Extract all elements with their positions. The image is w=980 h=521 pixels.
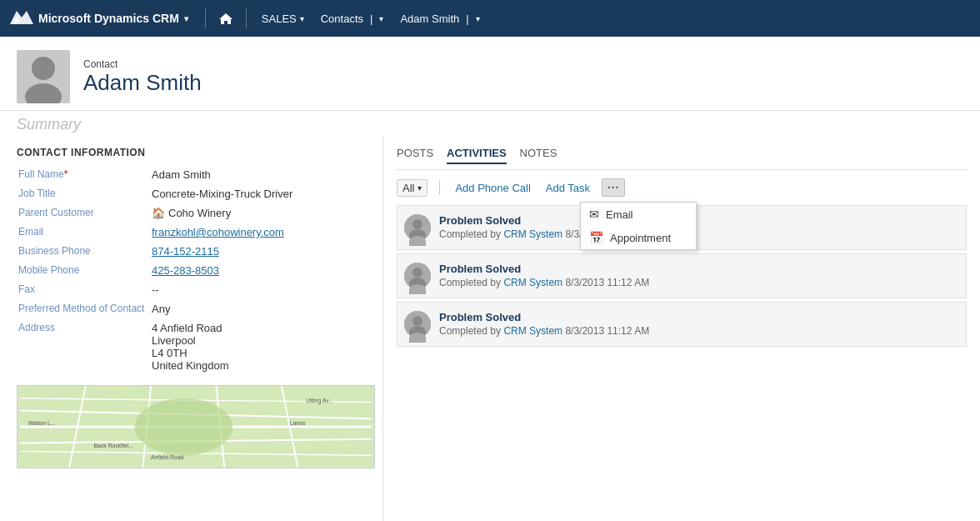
crm-link-2[interactable]: CRM System: [503, 277, 562, 288]
activity-title-2: Problem Solved: [439, 263, 959, 275]
activity-content-1: Problem Solved Completed by CRM System 8…: [439, 214, 959, 240]
value-mobilephone[interactable]: 425-283-8503: [150, 261, 366, 280]
breadcrumb-label: Adam Smith: [400, 13, 459, 25]
activity-avatar-2: [404, 263, 431, 289]
avatar-icon: [17, 50, 70, 103]
svg-text:Utting Av...: Utting Av...: [306, 398, 333, 404]
dropdown-menu: ✉ Email 📅 Appointment: [580, 202, 697, 250]
label-fullname: Full Name*: [17, 165, 150, 184]
crm-link-1[interactable]: CRM System: [503, 228, 562, 240]
contact-info-header: CONTACT INFORMATION: [17, 147, 366, 158]
app-chevron: ▾: [184, 14, 188, 23]
dropdown-appointment[interactable]: 📅 Appointment: [581, 226, 696, 249]
contact-name: Adam Smith: [83, 70, 202, 96]
activity-avatar-3: [404, 311, 431, 338]
avatar: [17, 50, 70, 103]
list-item: Problem Solved Completed by CRM System 8…: [397, 253, 967, 298]
svg-text:Back Rockfiel...: Back Rockfiel...: [94, 443, 133, 448]
filter-label: All: [402, 182, 414, 194]
svg-marker-2: [219, 13, 232, 24]
activity-sub-3: Completed by CRM System 8/3/2013 11:12 A…: [439, 325, 959, 337]
field-row-mobilephone: Mobile Phone 425-283-8503: [17, 261, 366, 280]
contact-label: Contact: [83, 58, 202, 70]
crm-link-3[interactable]: CRM System: [503, 325, 562, 337]
svg-text:Anfield Road: Anfield Road: [151, 454, 183, 460]
svg-point-27: [412, 268, 422, 278]
activity-toolbar: All ▾ Add Phone Call Add Task ··· ✉ Emai…: [397, 178, 967, 197]
avatar-icon-2: [404, 263, 431, 289]
value-jobtitle: Concrete-Mixing-Truck Driver: [150, 184, 366, 203]
dropdown-email[interactable]: ✉ Email: [581, 203, 696, 226]
map-svg: Walton L... Back Rockfiel... Anfield Roa…: [18, 386, 374, 468]
email-icon: ✉: [589, 208, 599, 221]
label-email: Email: [17, 223, 150, 242]
add-task-button[interactable]: Add Task: [542, 180, 593, 196]
more-button[interactable]: ···: [602, 178, 625, 197]
right-panel: POSTS ACTIVITIES NOTES All ▾ Add Phone C…: [383, 137, 980, 521]
filter-chevron: ▾: [418, 183, 422, 193]
value-email[interactable]: franzkohl@cohowinery.com: [150, 223, 366, 242]
contacts-menu[interactable]: Contacts | ▾: [312, 0, 392, 37]
activity-sub-1: Completed by CRM System 8/3/2013 11:13 A…: [439, 228, 959, 240]
nav-divider-2: [246, 8, 247, 28]
dropdown-appointment-label: Appointment: [610, 232, 671, 244]
logo-icon: [10, 9, 33, 28]
summary-label: Summary: [0, 111, 980, 137]
field-row-fax: Fax --: [17, 280, 366, 299]
field-row-fullname: Full Name* Adam Smith: [17, 165, 366, 184]
breadcrumb-name[interactable]: Adam Smith | ▾: [392, 0, 488, 37]
field-row-address: Address 4 Anfield Road Liverpool L4 0TH …: [17, 318, 366, 375]
nav-divider-1: [205, 8, 206, 28]
activity-content-2: Problem Solved Completed by CRM System 8…: [439, 263, 959, 288]
page-content: Contact Adam Smith Summary CONTACT INFOR…: [0, 37, 980, 521]
breadcrumb-chevron: ▾: [476, 14, 480, 23]
activity-filter[interactable]: All ▾: [397, 179, 428, 197]
navigation-bar: Microsoft Dynamics CRM ▾ SALES ▾ Contact…: [0, 0, 980, 37]
value-fullname: Adam Smith: [150, 165, 366, 184]
label-preferredmethod: Preferred Method of Contact: [17, 299, 150, 318]
activity-title-1: Problem Solved: [439, 214, 959, 227]
contacts-chevron: ▾: [379, 14, 383, 23]
value-businessphone[interactable]: 874-152-2115: [150, 242, 366, 261]
field-row-preferredmethod: Preferred Method of Contact Any: [17, 299, 366, 318]
tab-notes[interactable]: NOTES: [520, 147, 558, 164]
svg-point-30: [412, 316, 422, 326]
avatar-icon-1: [404, 214, 431, 241]
tab-activities[interactable]: ACTIVITIES: [447, 147, 507, 164]
label-parentcustomer: Parent Customer: [17, 203, 150, 223]
value-address: 4 Anfield Road Liverpool L4 0TH United K…: [150, 318, 366, 375]
avatar-icon-3: [404, 311, 431, 338]
sales-chevron: ▾: [300, 14, 304, 23]
contact-info-table: Full Name* Adam Smith Job Title Concrete…: [17, 165, 366, 375]
field-row-jobtitle: Job Title Concrete-Mixing-Truck Driver: [17, 184, 366, 203]
label-address: Address: [17, 318, 150, 375]
contacts-label: Contacts: [321, 13, 363, 25]
value-parentcustomer[interactable]: 🏠Coho Winery: [150, 203, 366, 223]
value-preferredmethod: Any: [150, 299, 366, 318]
home-icon: [219, 13, 232, 24]
toolbar-divider: [439, 180, 440, 195]
svg-point-4: [32, 57, 55, 80]
app-logo[interactable]: Microsoft Dynamics CRM ▾: [10, 9, 198, 28]
parentcustomer-link[interactable]: Coho Winery: [168, 207, 231, 219]
label-fax: Fax: [17, 280, 150, 299]
sales-menu[interactable]: SALES ▾: [253, 0, 312, 37]
field-row-email: Email franzkohl@cohowinery.com: [17, 223, 366, 242]
svg-point-17: [135, 398, 233, 456]
required-star: *: [64, 168, 68, 180]
list-item: Problem Solved Completed by CRM System 8…: [397, 302, 967, 347]
contacts-pipe: |: [370, 13, 372, 25]
summary-section: CONTACT INFORMATION Full Name* Adam Smit…: [0, 137, 980, 521]
add-phone-call-button[interactable]: Add Phone Call: [452, 180, 533, 196]
activity-tabs: POSTS ACTIVITIES NOTES: [397, 147, 967, 170]
app-title: Microsoft Dynamics CRM: [38, 12, 179, 25]
home-button[interactable]: [212, 0, 239, 37]
activity-avatar-1: [404, 214, 431, 241]
label-jobtitle: Job Title: [17, 184, 150, 203]
svg-point-24: [412, 219, 422, 229]
left-panel: CONTACT INFORMATION Full Name* Adam Smit…: [0, 137, 383, 521]
tab-posts[interactable]: POSTS: [397, 147, 433, 164]
map-placeholder: Walton L... Back Rockfiel... Anfield Roa…: [17, 385, 375, 468]
field-row-businessphone: Business Phone 874-152-2115: [17, 242, 366, 261]
label-businessphone: Business Phone: [17, 242, 150, 261]
